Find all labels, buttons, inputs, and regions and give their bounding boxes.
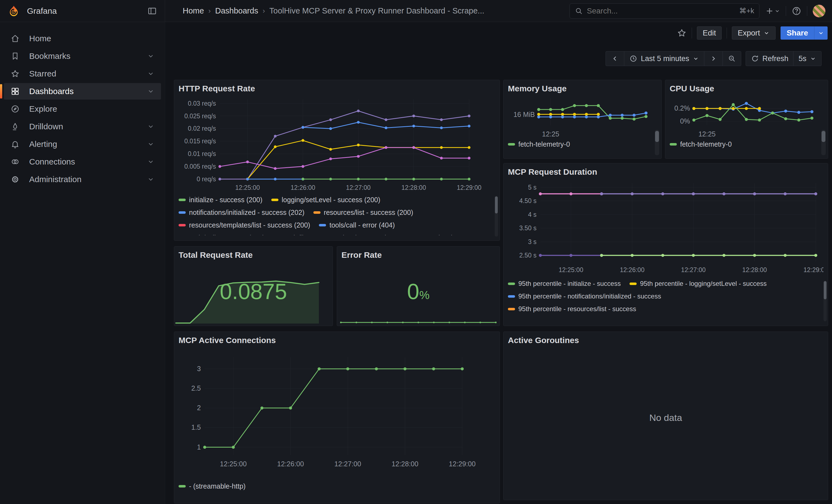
error-rate-sparkline[interactable]	[339, 313, 497, 325]
legend-item[interactable]: resources/list - success (200)	[313, 209, 413, 216]
chevron-down-icon	[147, 176, 154, 183]
search-shortcut-hint: ⌘+k	[739, 7, 754, 15]
legend-color-dash	[508, 143, 515, 145]
add-new-button[interactable]	[765, 6, 780, 16]
legend-item[interactable]: initialize - success (200)	[179, 196, 262, 204]
panel-title[interactable]: MCP Active Connections	[179, 336, 495, 345]
star-icon	[10, 69, 20, 78]
bookmark-icon	[10, 51, 20, 61]
chevron-down-icon	[147, 140, 154, 148]
sidebar-item-dashboards[interactable]: Dashboards	[4, 83, 161, 100]
legend-item[interactable]: 95th percentile - logging/setLevel - suc…	[629, 280, 766, 288]
svg-text:12:29:00: 12:29:00	[803, 266, 824, 273]
mcp-active-connections-svg[interactable]: 11.522.5312:25:0012:26:0012:27:0012:28:0…	[179, 346, 495, 477]
legend-item[interactable]: logging/setLevel - success (200)	[271, 196, 381, 204]
edit-button[interactable]: Edit	[697, 26, 722, 39]
legend-item[interactable]: 95th percentile - resources/list - succe…	[508, 305, 636, 313]
legend-scrollbar[interactable]	[495, 196, 498, 237]
legend-item[interactable]: tools/call - success (200)	[179, 234, 265, 236]
user-avatar[interactable]	[813, 5, 825, 17]
cpu-usage-chart[interactable]: 0.2%0%12:25	[670, 94, 824, 138]
share-button-group: Share	[781, 26, 828, 39]
legend-item[interactable]: 95th percentile - notifications/initiali…	[508, 292, 661, 300]
svg-text:2.5: 2.5	[191, 384, 201, 392]
legend-scrollbar[interactable]	[821, 130, 826, 155]
http-request-rate-chart[interactable]: 0 req/s0.005 req/s0.01 req/s0.015 req/s0…	[179, 94, 495, 193]
panel-title[interactable]: Error Rate	[341, 250, 495, 260]
panel-title[interactable]: Total Request Rate	[179, 250, 328, 260]
legend-item[interactable]: fetch-telemetry-0	[670, 140, 732, 148]
mcp-request-duration-chart[interactable]: 5 s4.50 s4 s3.50 s3 s2.50 s12:25:0012:26…	[508, 177, 824, 277]
panel-title[interactable]: HTTP Request Rate	[179, 84, 495, 93]
memory-usage-svg[interactable]: 16 MiB12:25	[508, 94, 657, 138]
breadcrumb-home[interactable]: Home	[183, 6, 204, 16]
legend-item[interactable]: resources/templates/list - success (200)	[179, 221, 310, 229]
legend-item[interactable]: 95th percentile - resources/templates/li…	[508, 318, 667, 319]
duration-legend: 95th percentile - initialize - success95…	[508, 277, 824, 319]
sidebar-item-starred[interactable]: Starred	[4, 65, 161, 82]
clock-icon	[629, 54, 638, 63]
mcp-active-connections-chart[interactable]: 11.522.5312:25:0012:26:0012:27:0012:28:0…	[179, 346, 495, 477]
legend-item[interactable]: - (streamable-http)	[179, 482, 246, 490]
panel-title[interactable]: Memory Usage	[508, 84, 657, 93]
legend-scrollbar[interactable]	[655, 130, 659, 155]
panel-title[interactable]: MCP Request Duration	[508, 167, 824, 177]
nav-right-section: ⌘+k	[570, 3, 832, 19]
breadcrumb-current-dashboard: ToolHive MCP Server & Proxy Runner Dashb…	[269, 6, 484, 16]
sidebar-item-administration[interactable]: Administration	[4, 171, 161, 188]
panel-title[interactable]: Active Goroutines	[508, 336, 824, 345]
share-options-button[interactable]	[814, 26, 828, 39]
search-input[interactable]	[587, 7, 735, 16]
grafana-logo-icon[interactable]	[8, 5, 20, 17]
chevron-down-icon	[147, 70, 154, 77]
sidebar-item-explore[interactable]: Explore	[4, 101, 161, 117]
sidebar-item-home[interactable]: Home	[4, 30, 161, 47]
legend-scrollbar[interactable]	[824, 281, 827, 321]
sidebar-item-bookmarks[interactable]: Bookmarks	[4, 48, 161, 64]
nav-left-section: Grafana	[0, 0, 165, 22]
memory-usage-chart[interactable]: 16 MiB12:25	[508, 94, 657, 138]
svg-text:4 s: 4 s	[528, 211, 537, 218]
legend-item[interactable]: notifications/initialized - success (202…	[179, 209, 305, 216]
legend-item[interactable]: unknown - success (200)	[366, 234, 453, 236]
favorite-star-button[interactable]	[677, 28, 687, 38]
share-button[interactable]: Share	[781, 26, 814, 39]
cpu-legend: fetch-telemetry-0	[670, 138, 824, 155]
connections-legend: - (streamable-http)	[179, 477, 495, 496]
panel-active-goroutines: Active Goroutines No data	[503, 331, 828, 500]
error-rate-spark-svg[interactable]	[339, 313, 497, 325]
time-shift-back-button[interactable]	[605, 51, 624, 66]
time-shift-forward-button[interactable]	[704, 51, 723, 66]
time-range-picker[interactable]: Last 5 minutes	[624, 51, 704, 66]
svg-text:12:25:00: 12:25:00	[220, 460, 246, 468]
legend-item[interactable]: fetch-telemetry-0	[508, 140, 570, 148]
legend-item[interactable]: 95th percentile - initialize - success	[508, 280, 621, 288]
svg-text:12:27:00: 12:27:00	[681, 266, 706, 273]
refresh-interval-picker[interactable]: 5s	[793, 51, 822, 66]
svg-text:2.50 s: 2.50 s	[519, 252, 537, 259]
sidebar-item-alerting[interactable]: Alerting	[4, 136, 161, 152]
legend-item[interactable]: tools/list - success (200)	[274, 234, 358, 236]
export-button[interactable]: Export	[732, 26, 776, 39]
zoom-out-button[interactable]	[723, 51, 741, 66]
legend-row: initialize - success (200)logging/setLev…	[179, 193, 484, 206]
sidebar-item-connections[interactable]: Connections	[4, 154, 161, 170]
legend-color-dash	[508, 308, 515, 310]
legend-label: notifications/initialized - success (202…	[189, 209, 305, 216]
breadcrumb-separator: ›	[262, 7, 265, 15]
panel-cpu-usage: CPU Usage 0.2%0%12:25 fetch-telemetry-0	[665, 80, 828, 159]
help-button[interactable]	[791, 6, 802, 16]
refresh-button[interactable]: Refresh	[746, 51, 794, 66]
http-request-rate-svg[interactable]: 0 req/s0.005 req/s0.01 req/s0.015 req/s0…	[179, 94, 495, 193]
panel-title[interactable]: CPU Usage	[670, 84, 824, 93]
legend-row: 95th percentile - resources/list - succe…	[508, 302, 812, 315]
breadcrumb-dashboards[interactable]: Dashboards	[215, 6, 258, 16]
mcp-request-duration-svg[interactable]: 5 s4.50 s4 s3.50 s3 s2.50 s12:25:0012:26…	[508, 177, 824, 277]
sidebar-toggle-icon[interactable]	[147, 6, 157, 16]
sidebar-item-label: Dashboards	[29, 87, 138, 96]
svg-text:12:28:00: 12:28:00	[742, 266, 767, 273]
legend-item[interactable]: tools/call - error (404)	[319, 221, 395, 229]
search-box[interactable]: ⌘+k	[570, 3, 759, 19]
sidebar-item-drilldown[interactable]: Drilldown	[4, 118, 161, 135]
cpu-usage-svg[interactable]: 0.2%0%12:25	[670, 94, 824, 138]
